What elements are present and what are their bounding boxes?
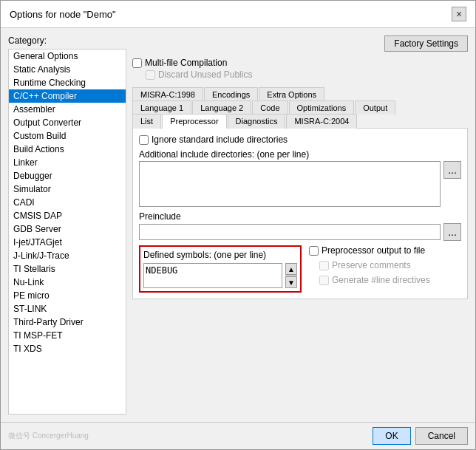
preinclude-browse-button[interactable]: ... xyxy=(443,223,461,241)
additional-input-row: ... xyxy=(139,161,461,207)
content-area: Ignore standard include directories Addi… xyxy=(132,129,468,299)
additional-browse-button[interactable]: ... xyxy=(443,161,461,179)
discard-row: Discard Unused Publics xyxy=(146,69,468,80)
factory-settings-button[interactable]: Factory Settings xyxy=(384,35,468,52)
tab-code[interactable]: Code xyxy=(252,100,288,115)
right-col: Preprocessor output to file Preserve com… xyxy=(309,245,461,293)
discard-checkbox[interactable] xyxy=(146,70,155,80)
sidebar-item-pemicro[interactable]: PE micro xyxy=(9,289,126,302)
defined-symbols-box: Defined symbols: (one per line) NDEBUG ▲… xyxy=(139,245,302,293)
sidebar-item-runtime[interactable]: Runtime Checking xyxy=(9,76,126,89)
scroll-up-arrow[interactable]: ▲ xyxy=(285,263,297,275)
multifile-label: Multi-file Compilation xyxy=(145,58,227,68)
preserve-row: Preserve comments xyxy=(319,260,461,270)
sidebar-item-cmsis[interactable]: CMSIS DAP xyxy=(9,209,126,222)
close-button[interactable]: × xyxy=(452,7,466,21)
tab-lang1[interactable]: Language 1 xyxy=(132,100,191,115)
cancel-button[interactable]: Cancel xyxy=(415,427,468,445)
sidebar-item-custombuild[interactable]: Custom Build xyxy=(9,129,126,143)
footer-watermark: 微信号 ConcergerHuang xyxy=(8,431,368,441)
sidebar-item-assembler[interactable]: Assembler xyxy=(9,103,126,116)
tab-list[interactable]: List xyxy=(132,114,161,129)
left-col: Defined symbols: (one per line) NDEBUG ▲… xyxy=(139,245,302,293)
sidebar-item-tistellaris[interactable]: TI Stellaris xyxy=(9,262,126,276)
defined-symbols-label: Defined symbols: (one per line) xyxy=(143,250,297,260)
preprocessor-output-label: Preprocessor output to file xyxy=(322,245,425,256)
category-list: General Options Static Analysis Runtime … xyxy=(8,49,126,415)
sidebar-item-stlink[interactable]: ST-LINK xyxy=(9,302,126,316)
preserve-checkbox[interactable] xyxy=(319,261,329,270)
preinclude-section: Preinclude ... xyxy=(139,211,461,241)
sidebar-item-simulator[interactable]: Simulator xyxy=(9,183,126,196)
sidebar-item-ijet[interactable]: I-jet/JTAGjet xyxy=(9,236,126,249)
generate-row: Generate #line directives xyxy=(319,275,461,285)
sidebar-item-nulink[interactable]: Nu-Link xyxy=(9,276,126,289)
discard-label: Discard Unused Publics xyxy=(158,69,252,80)
ignore-checkbox[interactable] xyxy=(139,135,149,145)
symbols-scrollbar: ▲ ▼ xyxy=(285,263,297,288)
sidebar-item-gdb[interactable]: GDB Server xyxy=(9,222,126,236)
scroll-down-arrow[interactable]: ▼ xyxy=(285,276,297,288)
sidebar-item-general[interactable]: General Options xyxy=(9,50,126,63)
sidebar-item-timsp[interactable]: TI MSP-FET xyxy=(9,329,126,342)
sidebar-item-buildactions[interactable]: Build Actions xyxy=(9,143,126,156)
tabs-section: MISRA-C:1998 Encodings Extra Options Lan… xyxy=(132,87,468,299)
sidebar-item-output[interactable]: Output Converter xyxy=(9,116,126,129)
top-actions: Factory Settings xyxy=(132,35,468,52)
sidebar-item-debugger[interactable]: Debugger xyxy=(9,169,126,183)
preinclude-label: Preinclude xyxy=(139,211,461,222)
dialog: Options for node "Demo" × Category: Gene… xyxy=(0,0,476,450)
options-row: Multi-file Compilation Discard Unused Pu… xyxy=(132,58,468,80)
sidebar-item-cpp[interactable]: C/C++ Compiler xyxy=(9,89,126,103)
ignore-label: Ignore standard include directories xyxy=(152,134,288,145)
sidebar: Category: General Options Static Analysi… xyxy=(8,35,126,415)
watermark-text: 微信号 ConcergerHuang xyxy=(8,431,89,441)
tab-row-3: List Preprocessor Diagnostics MISRA-C:20… xyxy=(132,114,468,129)
two-col-section: Defined symbols: (one per line) NDEBUG ▲… xyxy=(139,245,461,293)
sidebar-item-static[interactable]: Static Analysis xyxy=(9,63,126,76)
tab-diagnostics[interactable]: Diagnostics xyxy=(228,114,286,129)
multifile-row: Multi-file Compilation xyxy=(132,58,468,68)
dialog-footer: 微信号 ConcergerHuang OK Cancel xyxy=(1,422,475,449)
title-bar: Options for node "Demo" × xyxy=(1,1,475,28)
ignore-row: Ignore standard include directories xyxy=(139,134,461,145)
symbols-area-wrap: NDEBUG ▲ ▼ xyxy=(143,263,297,288)
preprocessor-output-checkbox[interactable] xyxy=(309,246,319,256)
additional-label: Additional include directories: (one per… xyxy=(139,149,461,160)
additional-textarea[interactable] xyxy=(139,161,441,207)
tab-misra2004[interactable]: MISRA-C:2004 xyxy=(286,114,357,129)
tab-optimizations[interactable]: Optimizations xyxy=(289,100,355,115)
tab-misra1998[interactable]: MISRA-C:1998 xyxy=(132,87,203,101)
generate-checkbox[interactable] xyxy=(319,276,329,285)
sidebar-item-tixds[interactable]: TI XDS xyxy=(9,342,126,355)
main-content: Factory Settings Multi-file Compilation … xyxy=(132,35,468,415)
sidebar-item-linker[interactable]: Linker xyxy=(9,156,126,169)
tab-output[interactable]: Output xyxy=(355,100,395,115)
defined-symbols-textarea[interactable]: NDEBUG xyxy=(143,263,282,288)
tab-row-2: Language 1 Language 2 Code Optimizations… xyxy=(132,100,468,114)
preinclude-input[interactable] xyxy=(139,224,441,240)
generate-label: Generate #line directives xyxy=(332,275,430,285)
preprocessor-output-row: Preprocessor output to file xyxy=(309,245,461,256)
preinclude-input-row: ... xyxy=(139,223,461,241)
sidebar-item-jlink[interactable]: J-Link/J-Trace xyxy=(9,249,126,262)
preserve-label: Preserve comments xyxy=(332,260,411,270)
tab-lang2[interactable]: Language 2 xyxy=(192,100,251,115)
multifile-checkbox[interactable] xyxy=(132,58,142,68)
ok-button[interactable]: OK xyxy=(373,427,410,445)
sidebar-item-thirdparty[interactable]: Third-Party Driver xyxy=(9,316,126,329)
tab-extra[interactable]: Extra Options xyxy=(259,87,324,101)
sidebar-item-cadi[interactable]: CADI xyxy=(9,196,126,209)
tab-encodings[interactable]: Encodings xyxy=(204,87,258,101)
tab-preprocessor[interactable]: Preprocessor xyxy=(162,114,226,129)
dialog-body: Category: General Options Static Analysi… xyxy=(1,28,475,422)
additional-section: Additional include directories: (one per… xyxy=(139,149,461,207)
dialog-title: Options for node "Demo" xyxy=(10,9,116,20)
category-label: Category: xyxy=(8,35,126,46)
tab-row-1: MISRA-C:1998 Encodings Extra Options xyxy=(132,87,468,100)
